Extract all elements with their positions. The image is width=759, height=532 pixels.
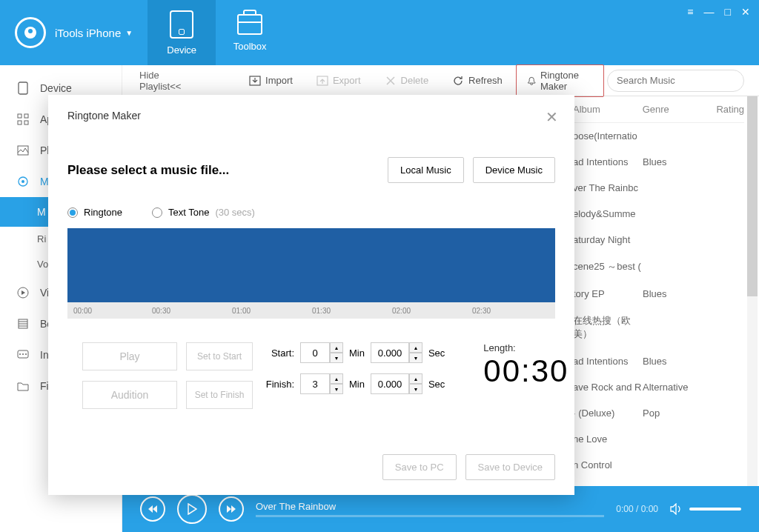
spinner-up-icon[interactable]: ▲ xyxy=(330,373,343,384)
export-icon xyxy=(316,75,328,87)
delete-label: Delete xyxy=(401,75,429,86)
volume-slider[interactable] xyxy=(689,508,741,511)
import-button[interactable]: Import xyxy=(239,70,303,91)
scrollbar-thumb[interactable] xyxy=(747,96,758,296)
prev-button[interactable] xyxy=(140,496,165,522)
spinner-up-icon[interactable]: ▲ xyxy=(330,342,343,353)
spinner-down-icon[interactable]: ▼ xyxy=(330,353,343,363)
delete-button[interactable]: Delete xyxy=(374,70,440,91)
progress-bar[interactable] xyxy=(256,515,604,517)
sidebar-music-label: M xyxy=(40,176,49,187)
cell-genre: Pop xyxy=(643,408,717,419)
svg-point-15 xyxy=(22,353,24,355)
hide-playlist-button[interactable]: Hide Playlist<< xyxy=(126,70,203,92)
play-clip-button[interactable]: Play xyxy=(82,342,177,370)
start-min-spinner[interactable]: ▲▼ xyxy=(300,342,343,363)
cell-genre xyxy=(643,182,717,193)
col-album-header[interactable]: Album xyxy=(573,104,643,115)
sec-unit: Sec xyxy=(428,379,445,390)
volume-control[interactable] xyxy=(670,503,741,515)
spinner-up-icon[interactable]: ▲ xyxy=(409,373,422,384)
svg-rect-4 xyxy=(18,114,21,118)
col-rating-header[interactable]: Rating xyxy=(716,104,744,115)
timeline-mark: 00:30 xyxy=(152,307,170,315)
app-logo-icon xyxy=(15,17,46,48)
device-music-button[interactable]: Device Music xyxy=(473,157,555,183)
nav-toolbox[interactable]: Toolbox xyxy=(216,0,284,65)
delete-icon xyxy=(385,75,397,87)
refresh-icon xyxy=(452,75,464,87)
cell-album: n Control xyxy=(573,459,643,471)
set-start-button[interactable]: Set to Start xyxy=(186,342,253,370)
cell-album: elody&Summe xyxy=(573,208,643,219)
sidebar-files-label: Fi xyxy=(40,380,49,392)
window-controls: ≡ — □ ✕ xyxy=(687,6,750,18)
cell-album: ne Love xyxy=(573,433,643,445)
nav-device[interactable]: Device xyxy=(148,0,216,65)
cell-album: 在线热搜（欧美） xyxy=(573,314,643,341)
tone-type-radio-group: Ringtone Text Tone (30 secs) xyxy=(67,207,555,218)
sec-unit: Sec xyxy=(428,348,445,359)
radio-on-icon xyxy=(67,207,78,218)
timeline-mark: 02:30 xyxy=(472,307,491,315)
info-icon xyxy=(16,348,30,362)
finish-min-spinner[interactable]: ▲▼ xyxy=(300,373,343,394)
spinner-down-icon[interactable]: ▼ xyxy=(409,353,422,363)
save-to-device-button[interactable]: Save to Device xyxy=(465,454,555,480)
finish-min-input[interactable] xyxy=(300,373,330,394)
start-label: Start: xyxy=(262,348,294,359)
menu-button[interactable]: ≡ xyxy=(687,6,693,18)
start-min-input[interactable] xyxy=(300,342,330,363)
refresh-button[interactable]: Refresh xyxy=(442,70,513,91)
dialog-close-button[interactable]: ✕ xyxy=(546,108,558,126)
set-finish-button[interactable]: Set to Finish xyxy=(186,381,253,409)
ringtone-maker-label: Ringtone Maker xyxy=(540,70,593,92)
start-sec-input[interactable] xyxy=(371,342,409,363)
audition-button[interactable]: Audition xyxy=(82,381,177,409)
spinner-down-icon[interactable]: ▼ xyxy=(409,384,422,394)
export-button[interactable]: Export xyxy=(306,70,371,91)
app-header: iTools iPhone ▼ Device Toolbox ≡ — □ ✕ xyxy=(0,0,759,65)
finish-sec-spinner[interactable]: ▲▼ xyxy=(371,373,422,394)
finish-sec-input[interactable] xyxy=(371,373,409,394)
track-title: Over The Rainbow xyxy=(256,501,604,512)
cell-genre: Blues xyxy=(643,288,717,299)
col-genre-header[interactable]: Genre xyxy=(643,104,717,115)
cell-genre: Blues xyxy=(643,356,717,367)
close-button[interactable]: ✕ xyxy=(741,6,750,18)
play-button[interactable] xyxy=(177,494,207,524)
svg-point-16 xyxy=(25,353,27,355)
vertical-scrollbar[interactable] xyxy=(747,96,758,489)
local-music-button[interactable]: Local Music xyxy=(388,157,464,183)
cell-album: oose(Internatio xyxy=(573,130,643,142)
sidebar-device-label: Device xyxy=(40,82,72,94)
svg-point-14 xyxy=(19,353,21,355)
svg-rect-7 xyxy=(24,121,28,124)
ringtone-maker-button[interactable]: Ringtone Maker xyxy=(516,64,604,97)
search-box[interactable] xyxy=(607,70,744,92)
next-button[interactable] xyxy=(219,496,244,522)
svg-rect-5 xyxy=(24,114,28,118)
maximize-button[interactable]: □ xyxy=(725,6,731,18)
timeline-mark: 00:00 xyxy=(73,307,92,315)
sidebar-info-label: In xyxy=(40,349,49,361)
minimize-button[interactable]: — xyxy=(704,6,715,18)
logo-area: iTools iPhone ▼ xyxy=(0,0,148,65)
save-to-pc-button[interactable]: Save to PC xyxy=(382,454,457,480)
timeline[interactable]: 00:00 00:30 01:00 01:30 02:00 02:30 xyxy=(67,302,555,319)
ringtone-radio[interactable]: Ringtone xyxy=(67,207,122,218)
waveform-area[interactable] xyxy=(67,228,555,302)
length-label: Length: xyxy=(483,342,569,353)
texttone-radio[interactable]: Text Tone (30 secs) xyxy=(152,207,255,218)
spinner-up-icon[interactable]: ▲ xyxy=(409,342,422,353)
music-icon xyxy=(16,175,30,188)
svg-point-10 xyxy=(21,180,24,183)
refresh-label: Refresh xyxy=(468,75,503,86)
search-input[interactable] xyxy=(617,75,741,86)
spinner-down-icon[interactable]: ▼ xyxy=(330,384,343,394)
nav-toolbox-label: Toolbox xyxy=(233,41,267,52)
cell-genre xyxy=(643,234,717,245)
ringtone-radio-label: Ringtone xyxy=(84,207,122,218)
start-sec-spinner[interactable]: ▲▼ xyxy=(371,342,422,363)
app-title-dropdown[interactable]: iTools iPhone ▼ xyxy=(55,27,133,39)
